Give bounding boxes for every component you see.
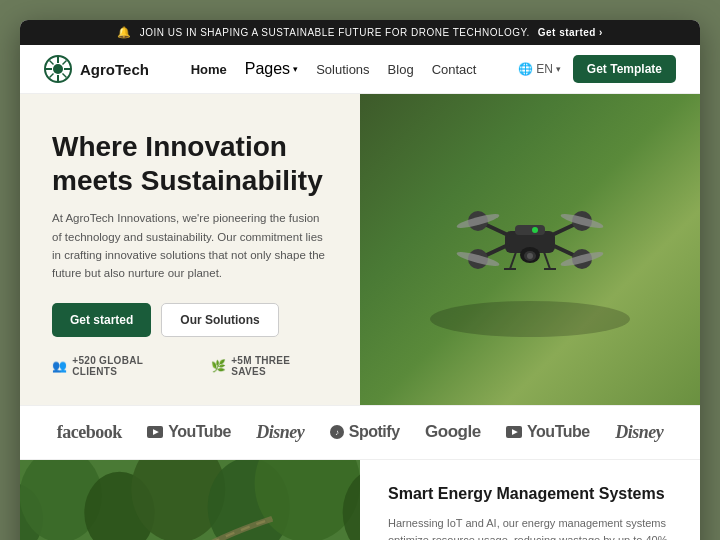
hero-stats: 👥 +520 GLOBAL CLIENTS 🌿 +5M THREE SAVES: [52, 355, 328, 377]
youtube-play-icon-1: ▶: [147, 426, 163, 438]
logo[interactable]: AgroTech: [44, 55, 149, 83]
announcement-cta[interactable]: Get started ›: [538, 27, 603, 38]
bottom-section: Smart Energy Management Systems Harnessi…: [20, 460, 700, 540]
svg-line-6: [50, 61, 54, 65]
logo-text: AgroTech: [80, 61, 149, 78]
chevron-down-icon: ▾: [293, 64, 298, 74]
nav-blog[interactable]: Blog: [388, 62, 414, 77]
spotify-icon: ♪: [330, 425, 344, 439]
bottom-aerial-image: [20, 460, 360, 540]
announcement-text: JOIN US IN SHAPING A SUSTAINABLE FUTURE …: [140, 27, 530, 38]
nav-contact[interactable]: Contact: [432, 62, 477, 77]
bell-icon: 🔔: [117, 26, 132, 39]
our-solutions-button[interactable]: Our Solutions: [161, 303, 278, 337]
nav-right: 🌐 EN ▾ Get Template: [518, 55, 676, 83]
youtube-play-icon-2: ▶: [506, 426, 522, 438]
saves-icon: 🌿: [211, 359, 226, 373]
navbar: AgroTech Home Pages ▾ Solutions Blog Con…: [20, 45, 700, 94]
svg-line-7: [63, 74, 67, 78]
hero-stat-clients: 👥 +520 GLOBAL CLIENTS: [52, 355, 191, 377]
clients-icon: 👥: [52, 359, 67, 373]
brand-facebook: facebook: [57, 422, 122, 443]
hero-image: [360, 94, 700, 405]
browser-frame: 🔔 JOIN US IN SHAPING A SUSTAINABLE FUTUR…: [20, 20, 700, 540]
svg-line-29: [544, 252, 550, 269]
hero-stat-saves: 🌿 +5M THREE SAVES: [211, 355, 328, 377]
bottom-title: Smart Energy Management Systems: [388, 484, 672, 505]
svg-point-15: [527, 253, 533, 259]
brand-disney-1: Disney: [256, 422, 304, 443]
nav-pages[interactable]: Pages ▾: [245, 60, 298, 78]
bottom-content: Smart Energy Management Systems Harnessi…: [360, 460, 700, 540]
brand-disney-2: Disney: [615, 422, 663, 443]
globe-icon: 🌐: [518, 62, 533, 76]
lang-chevron-icon: ▾: [556, 64, 561, 74]
nav-home[interactable]: Home: [191, 62, 227, 77]
get-template-button[interactable]: Get Template: [573, 55, 676, 83]
brands-bar: facebook ▶ YouTube Disney ♪ Spotify Goog…: [20, 405, 700, 460]
brand-google: Google: [425, 422, 481, 442]
lang-selector[interactable]: 🌐 EN ▾: [518, 62, 561, 76]
logo-icon: [44, 55, 72, 83]
hero-image-bg: [360, 94, 700, 405]
drone-illustration: [420, 159, 640, 339]
get-started-button[interactable]: Get started: [52, 303, 151, 337]
hero-description: At AgroTech Innovations, we're pioneerin…: [52, 209, 328, 283]
hero-buttons: Get started Our Solutions: [52, 303, 328, 337]
hero-content: Where Innovation meets Sustainability At…: [20, 94, 360, 405]
nav-links: Home Pages ▾ Solutions Blog Contact: [169, 60, 498, 78]
nav-solutions[interactable]: Solutions: [316, 62, 369, 77]
arrow-right-icon: ›: [599, 27, 603, 38]
brand-youtube-2: ▶ YouTube: [506, 423, 590, 441]
svg-line-28: [510, 252, 516, 269]
svg-line-9: [50, 74, 54, 78]
announcement-bar: 🔔 JOIN US IN SHAPING A SUSTAINABLE FUTUR…: [20, 20, 700, 45]
svg-rect-12: [515, 225, 545, 235]
bottom-description: Harnessing IoT and AI, our energy manage…: [388, 515, 672, 540]
brand-youtube-1: ▶ YouTube: [147, 423, 231, 441]
svg-point-10: [430, 301, 630, 337]
svg-point-32: [532, 227, 538, 233]
svg-point-1: [53, 64, 63, 74]
brand-spotify: ♪ Spotify: [330, 423, 400, 441]
lang-label: EN: [536, 62, 553, 76]
svg-line-8: [63, 61, 67, 65]
hero-title: Where Innovation meets Sustainability: [52, 130, 328, 197]
aerial-view-illustration: [20, 460, 360, 540]
hero-section: Where Innovation meets Sustainability At…: [20, 94, 700, 405]
